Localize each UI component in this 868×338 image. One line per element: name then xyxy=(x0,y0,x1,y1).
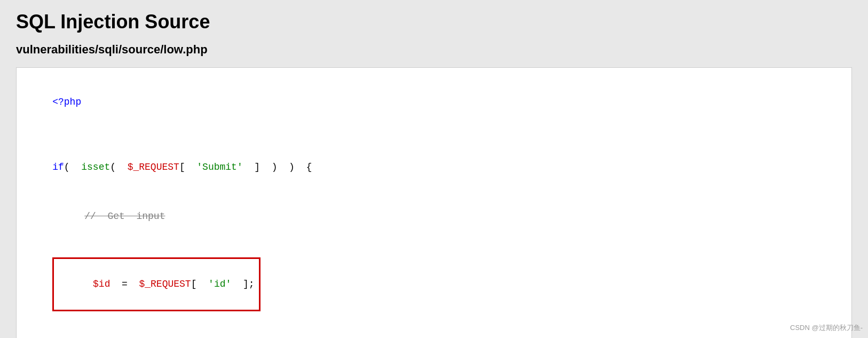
php-tag: <?php xyxy=(52,97,81,107)
code-block: <?php if( isset( $_REQUEST[ 'Submit' ] )… xyxy=(16,67,852,338)
php-open-tag: <?php xyxy=(29,77,839,127)
request-var-2: $_REQUEST xyxy=(139,279,191,289)
id-assignment-line: $id = $_REQUEST[ 'id' ]; xyxy=(29,241,839,328)
if-keyword: if xyxy=(52,162,64,172)
blank-line-1 xyxy=(29,127,839,143)
submit-string: 'Submit' xyxy=(196,162,242,172)
page-title: SQL Injection Source xyxy=(16,11,852,33)
isset-func: isset xyxy=(81,162,110,172)
if-line: if( isset( $_REQUEST[ 'Submit' ] ) ) { xyxy=(29,143,839,192)
id-string: 'id' xyxy=(208,279,231,289)
blank-line-2 xyxy=(29,328,839,338)
request-var-1: $_REQUEST xyxy=(128,162,179,172)
id-var: $id xyxy=(93,279,110,289)
file-path: vulnerabilities/sqli/source/low.php xyxy=(16,43,852,57)
red-highlight-box: $id = $_REQUEST[ 'id' ]; xyxy=(52,257,260,312)
comment-input: // Get input xyxy=(29,192,839,241)
watermark: CSDN @过期的秋刀鱼- xyxy=(790,323,863,333)
comment-get-input: // Get input xyxy=(84,211,165,222)
